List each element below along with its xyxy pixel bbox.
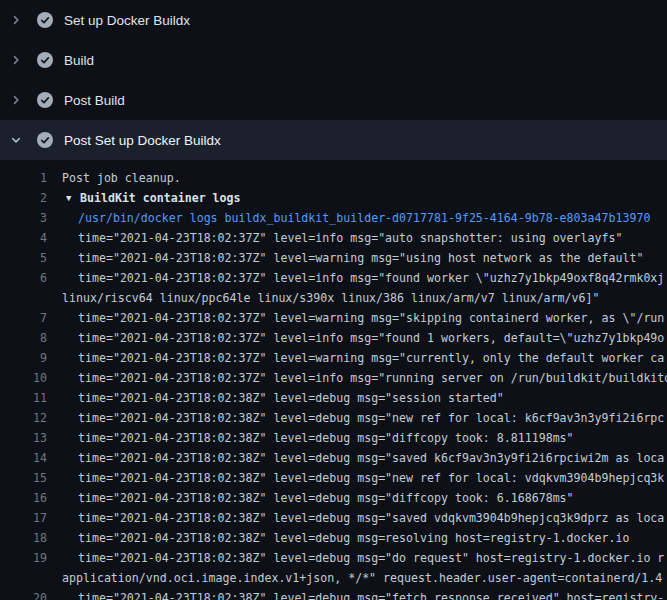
log-line: 15time="2021-04-23T18:02:38Z" level=debu… [0, 468, 667, 488]
log-line: 9time="2021-04-23T18:02:37Z" level=warni… [0, 348, 667, 368]
log-line: 11time="2021-04-23T18:02:38Z" level=debu… [0, 388, 667, 408]
step-header-build[interactable]: Build [0, 40, 667, 80]
log-text: time="2021-04-23T18:02:37Z" level=warnin… [78, 248, 643, 268]
check-circle-icon [37, 12, 53, 28]
line-number[interactable]: 13 [0, 428, 47, 448]
log-line: 18time="2021-04-23T18:02:38Z" level=debu… [0, 528, 667, 548]
line-number[interactable]: 19 [0, 548, 47, 568]
log-text: time="2021-04-23T18:02:38Z" level=debug … [78, 508, 664, 528]
check-circle-icon [37, 92, 53, 108]
step-header-post-set-up-docker-buildx[interactable]: Post Set up Docker Buildx [0, 120, 667, 160]
actions-log-viewer: Set up Docker BuildxBuildPost BuildPost … [0, 0, 667, 600]
log-text: time="2021-04-23T18:02:38Z" level=debug … [78, 588, 664, 600]
chevron-right-icon [10, 14, 22, 26]
log-line: 12time="2021-04-23T18:02:38Z" level=debu… [0, 408, 667, 428]
line-number[interactable]: 20 [0, 588, 47, 600]
log-text: time="2021-04-23T18:02:37Z" level=warnin… [78, 348, 664, 368]
log-text: time="2021-04-23T18:02:38Z" level=debug … [78, 468, 664, 488]
log-text: time="2021-04-23T18:02:37Z" level=warnin… [78, 308, 664, 328]
log-text: time="2021-04-23T18:02:38Z" level=debug … [78, 548, 664, 568]
chevron-right-icon [10, 94, 22, 106]
log-line: linux/riscv64 linux/ppc64le linux/s390x … [0, 288, 667, 308]
line-number[interactable]: 16 [0, 488, 47, 508]
log-line: 13time="2021-04-23T18:02:38Z" level=debu… [0, 428, 667, 448]
log-text: time="2021-04-23T18:02:38Z" level=debug … [78, 488, 574, 508]
line-number[interactable]: 7 [0, 308, 47, 328]
log-line: 4time="2021-04-23T18:02:37Z" level=info … [0, 228, 667, 248]
chevron-down-icon [10, 134, 22, 146]
line-number[interactable]: 9 [0, 348, 47, 368]
group-collapse-caret-icon[interactable]: ▼ [66, 188, 80, 208]
line-number[interactable]: 12 [0, 408, 47, 428]
log-text: application/vnd.oci.image.index.v1+json,… [62, 568, 662, 588]
log-line: 5time="2021-04-23T18:02:37Z" level=warni… [0, 248, 667, 268]
log-text: time="2021-04-23T18:02:38Z" level=debug … [78, 448, 664, 468]
log-command-text: /usr/bin/docker logs buildx_buildkit_bui… [78, 208, 650, 228]
line-number[interactable]: 14 [0, 448, 47, 468]
line-number[interactable]: 5 [0, 248, 47, 268]
log-line: 8time="2021-04-23T18:02:37Z" level=info … [0, 328, 667, 348]
log-text: time="2021-04-23T18:02:38Z" level=debug … [78, 528, 629, 548]
log-line: 20time="2021-04-23T18:02:38Z" level=debu… [0, 588, 667, 600]
line-number[interactable]: 3 [0, 208, 47, 228]
line-number[interactable]: 11 [0, 388, 47, 408]
log-text: time="2021-04-23T18:02:37Z" level=info m… [78, 328, 664, 348]
line-number[interactable]: 17 [0, 508, 47, 528]
line-number[interactable]: 10 [0, 368, 47, 388]
line-number[interactable]: 15 [0, 468, 47, 488]
log-text: time="2021-04-23T18:02:38Z" level=debug … [78, 388, 504, 408]
log-line: 3/usr/bin/docker logs buildx_buildkit_bu… [0, 208, 667, 228]
log-text: Post job cleanup. [62, 168, 181, 188]
line-number [0, 288, 47, 308]
line-number[interactable]: 2 [0, 188, 47, 208]
log-line: 17time="2021-04-23T18:02:38Z" level=debu… [0, 508, 667, 528]
step-label: Set up Docker Buildx [64, 13, 190, 28]
log-text: ▼BuildKit container logs [66, 188, 241, 208]
line-number[interactable]: 18 [0, 528, 47, 548]
group-title: BuildKit container logs [80, 191, 241, 205]
line-number[interactable]: 1 [0, 168, 47, 188]
step-label: Build [64, 53, 94, 68]
log-text: time="2021-04-23T18:02:37Z" level=info m… [78, 368, 667, 388]
log-text: time="2021-04-23T18:02:38Z" level=debug … [78, 428, 574, 448]
log-line: 10time="2021-04-23T18:02:37Z" level=info… [0, 368, 667, 388]
log-text: time="2021-04-23T18:02:37Z" level=info m… [78, 268, 664, 288]
log-line: 1Post job cleanup. [0, 168, 667, 188]
steps-list: Set up Docker BuildxBuildPost BuildPost … [0, 0, 667, 600]
line-number[interactable]: 4 [0, 228, 47, 248]
step-label: Post Set up Docker Buildx [64, 133, 221, 148]
log-line: 6time="2021-04-23T18:02:37Z" level=info … [0, 268, 667, 288]
log-body: 1Post job cleanup.2▼BuildKit container l… [0, 160, 667, 600]
line-number[interactable]: 6 [0, 268, 47, 288]
check-circle-icon [37, 52, 53, 68]
step-header-post-build[interactable]: Post Build [0, 80, 667, 120]
log-line: 7time="2021-04-23T18:02:37Z" level=warni… [0, 308, 667, 328]
step-header-set-up-docker-buildx[interactable]: Set up Docker Buildx [0, 0, 667, 40]
log-line: 16time="2021-04-23T18:02:38Z" level=debu… [0, 488, 667, 508]
log-line: 19time="2021-04-23T18:02:38Z" level=debu… [0, 548, 667, 568]
log-line: 2▼BuildKit container logs [0, 188, 667, 208]
log-text: time="2021-04-23T18:02:38Z" level=debug … [78, 408, 664, 428]
step-label: Post Build [64, 93, 125, 108]
chevron-right-icon [10, 54, 22, 66]
line-number [0, 568, 47, 588]
line-number[interactable]: 8 [0, 328, 47, 348]
log-line: application/vnd.oci.image.index.v1+json,… [0, 568, 667, 588]
check-circle-icon [37, 132, 53, 148]
log-text: linux/riscv64 linux/ppc64le linux/s390x … [62, 288, 599, 308]
log-text: time="2021-04-23T18:02:37Z" level=info m… [78, 228, 622, 248]
log-line: 14time="2021-04-23T18:02:38Z" level=debu… [0, 448, 667, 468]
